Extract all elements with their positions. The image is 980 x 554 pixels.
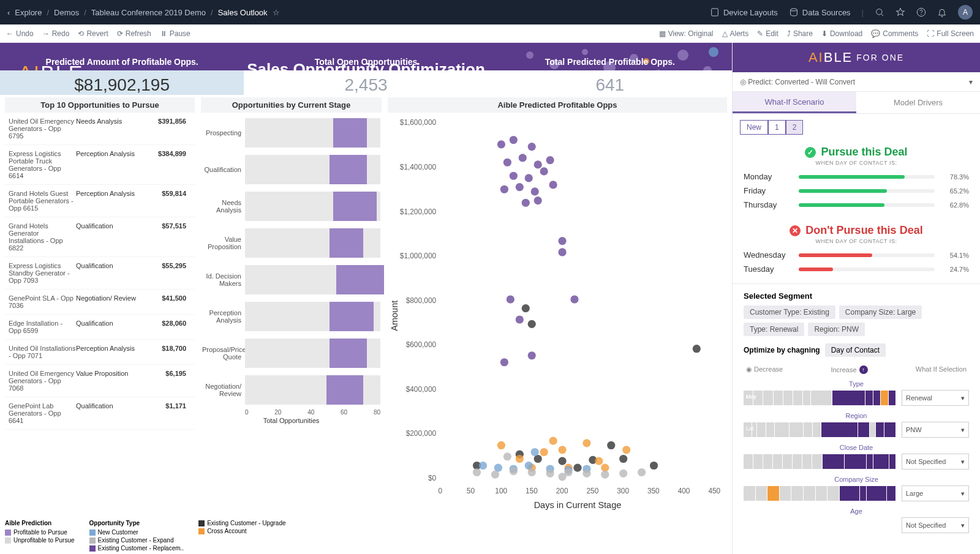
svg-point-71 <box>528 320 536 328</box>
view-button[interactable]: ▦ View: Original <box>659 29 714 38</box>
optimize-label: Optimize by chagning <box>744 346 820 354</box>
segment-tag[interactable]: Type: Renewal <box>744 323 804 336</box>
x-icon: ✕ <box>790 225 801 236</box>
edit-button[interactable]: ✎ Edit <box>757 29 778 38</box>
svg-point-60 <box>549 181 557 189</box>
optimize-chip[interactable]: Day of Contact <box>825 343 886 357</box>
table-row[interactable]: Grand Hotels Guest Portable Generators -… <box>5 185 195 217</box>
revert-button[interactable]: ⟲ Revert <box>78 29 108 38</box>
stage-bar-row[interactable]: Perception Analysis <box>202 299 380 334</box>
table-row[interactable]: Express Logistics Portable Truck Generat… <box>5 145 195 185</box>
star-icon[interactable]: ☆ <box>273 8 280 17</box>
legend-item[interactable]: Unprofitable to Pursue <box>5 537 75 544</box>
svg-point-105 <box>546 470 554 477</box>
stage-bar-row[interactable]: Qualification <box>202 152 380 187</box>
legend-item[interactable]: New Customer <box>89 529 184 536</box>
refresh-button[interactable]: ⟳ Refresh <box>117 29 151 38</box>
segment-tag[interactable]: Company Size: Large <box>839 305 922 319</box>
driver-select[interactable]: Not Specified▾ <box>902 454 969 470</box>
driver-select[interactable]: Not Specified▾ <box>902 517 969 533</box>
undo-button[interactable]: ← Undo <box>6 29 34 38</box>
table-row[interactable]: United Oil Emergency Generators - Opp 70… <box>5 365 195 397</box>
redo-button[interactable]: → Redo <box>42 29 70 38</box>
svg-text:250: 250 <box>586 487 598 495</box>
svg-point-107 <box>582 470 590 477</box>
stage-bar-row[interactable]: Negotiation/ Review <box>202 372 380 408</box>
stage-bar-row[interactable]: Needs Analysis <box>202 189 380 224</box>
new-scenario-button[interactable]: New <box>740 120 768 135</box>
day-row: Friday65.2% <box>744 186 969 195</box>
stage-bar-row[interactable]: Proposal/Price Quote <box>202 335 380 371</box>
table-row[interactable]: United Oil Installations - Opp 7071Perce… <box>5 340 195 365</box>
legend-item[interactable]: Cross Account <box>198 528 285 534</box>
driver-bars[interactable]: Lat <box>744 422 895 437</box>
stages-title: Opportunities by Current Stage <box>201 97 382 113</box>
segment-tag[interactable]: Region: PNW <box>808 323 865 336</box>
svg-point-47 <box>497 140 505 148</box>
download-button[interactable]: ⬇ Download <box>821 29 862 38</box>
stage-bar-row[interactable]: Value Proposition <box>202 225 380 261</box>
svg-point-58 <box>516 183 524 191</box>
svg-text:350: 350 <box>647 487 660 495</box>
legend-item[interactable]: Existing Customer - Upgrade <box>198 520 285 526</box>
svg-point-112 <box>503 452 511 460</box>
predict-dropdown[interactable]: ◎ Predict: Converted - Will Convert▾ <box>733 72 980 92</box>
top10-title: Top 10 Opportunities to Pursue <box>5 97 195 113</box>
svg-text:$1,600,000: $1,600,000 <box>400 119 437 127</box>
driver-bars[interactable] <box>744 486 895 501</box>
svg-point-68 <box>500 358 508 366</box>
kpi-label: Predicted Amount of Profitable Opps. <box>0 57 244 67</box>
table-row[interactable]: Grand Hotels Generator Installations - O… <box>5 217 195 257</box>
favorite-icon[interactable] <box>895 7 905 17</box>
table-row[interactable]: Edge Installation - Opp 6599Qualificatio… <box>5 315 195 340</box>
svg-point-93 <box>479 462 487 470</box>
fullscreen-button[interactable]: ⛶ Full Screen <box>927 29 974 38</box>
svg-rect-0 <box>712 9 718 16</box>
back-icon[interactable]: ‹ <box>7 8 10 17</box>
driver-bars[interactable] <box>744 454 895 469</box>
kpi-value[interactable]: $81,902,195 <box>0 70 244 95</box>
device-layouts-button[interactable]: Device Layouts <box>710 7 778 17</box>
tab-what-if-scenario[interactable]: What-If Scenario <box>733 92 856 113</box>
table-row[interactable]: United Oil Emergency Generators - Opp 67… <box>5 113 195 145</box>
svg-point-61 <box>522 199 530 207</box>
legend-item[interactable]: Profitable to Pursue <box>5 529 75 536</box>
scatter-title: Aible Predicted Profitable Opps <box>388 97 727 113</box>
driver-bars[interactable] <box>744 518 895 533</box>
driver-bars[interactable]: MarMay <box>744 391 895 405</box>
help-icon[interactable] <box>916 7 926 17</box>
share-button[interactable]: ⤴ Share <box>787 29 813 38</box>
comments-button[interactable]: 💬 Comments <box>871 29 918 38</box>
svg-point-50 <box>503 159 511 167</box>
table-row[interactable]: GenePoint Lab Generators - Opp 6641Quali… <box>5 397 195 430</box>
avatar[interactable]: A <box>958 5 973 20</box>
legend-item[interactable]: Existing Customer - Replacem.. <box>89 545 184 552</box>
legend-item[interactable]: Existing Customer - Expand <box>89 537 184 544</box>
tab-model-drivers[interactable]: Model Drivers <box>856 92 980 113</box>
pause-button[interactable]: ⏸ Pause <box>160 29 190 38</box>
svg-text:$1,400,000: $1,400,000 <box>400 163 437 171</box>
svg-point-2 <box>876 9 882 15</box>
svg-point-57 <box>500 185 508 193</box>
kpi-value[interactable]: 641 <box>488 70 732 95</box>
table-row[interactable]: GenePoint SLA - Opp 7036Negotiation/ Rev… <box>5 290 195 315</box>
stage-bar-row[interactable]: Id. Decision Makers <box>202 262 380 298</box>
driver-select[interactable]: PNW▾ <box>902 422 969 438</box>
table-row[interactable]: Express Logistics Standby Generator - Op… <box>5 257 195 290</box>
chevron-down-icon: ▾ <box>961 490 965 498</box>
bell-icon[interactable] <box>937 7 947 17</box>
search-icon[interactable] <box>875 7 884 17</box>
data-sources-button[interactable]: Data Sources <box>789 7 851 17</box>
alerts-button[interactable]: △ Alerts <box>722 29 749 38</box>
segment-tag[interactable]: Customer Type: Existing <box>744 305 835 319</box>
svg-text:300: 300 <box>617 487 629 495</box>
stage-bar-row[interactable]: Prospecting <box>202 115 380 151</box>
scenario-button-1[interactable]: 1 <box>768 120 786 135</box>
kpi-value[interactable]: 2,453 <box>244 70 488 95</box>
driver-select[interactable]: Renewal▾ <box>902 390 969 406</box>
driver-select[interactable]: Large▾ <box>902 485 969 501</box>
chevron-down-icon: ▾ <box>961 522 965 530</box>
scenario-button-2[interactable]: 2 <box>786 120 804 135</box>
svg-point-55 <box>525 174 533 182</box>
svg-point-79 <box>619 455 627 463</box>
